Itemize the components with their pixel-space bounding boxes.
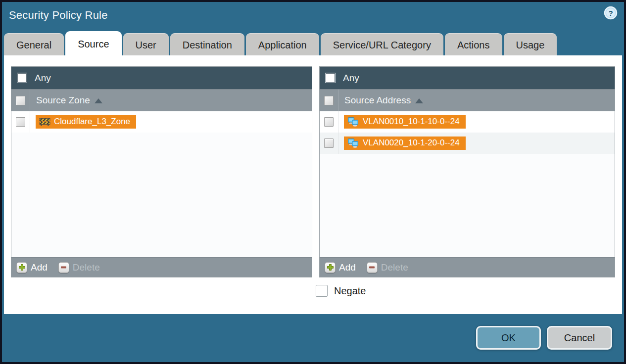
tab-application[interactable]: Application	[246, 33, 319, 57]
svg-text:?: ?	[608, 9, 613, 17]
help-icon[interactable]: ?	[604, 6, 618, 20]
source-address-row-checkbox[interactable]	[324, 117, 334, 127]
address-icon	[347, 117, 359, 127]
tab-user[interactable]: User	[123, 33, 169, 57]
source-address-select-all-checkbox[interactable]	[324, 96, 334, 105]
table-row: VLAN0010_10-1-10-0--24	[320, 111, 615, 133]
source-zone-panel: Any Source Zone	[11, 66, 312, 277]
source-zone-toolbar: Add Delete	[11, 257, 312, 277]
source-zone-list: Cloudflare_L3_Zone	[11, 111, 312, 257]
source-zone-chip-label: Cloudflare_L3_Zone	[54, 117, 130, 127]
tab-destination[interactable]: Destination	[170, 33, 244, 57]
source-address-any-bar: Any	[320, 67, 615, 89]
source-zone-chip[interactable]: Cloudflare_L3_Zone	[36, 115, 136, 129]
ok-button[interactable]: OK	[476, 326, 541, 350]
source-zone-any-checkbox[interactable]	[17, 73, 27, 83]
source-tab-content: Any Source Zone	[4, 55, 622, 314]
source-address-column-header[interactable]: Source Address	[320, 89, 615, 111]
source-address-select-all-cell	[320, 90, 338, 111]
source-zone-row-checkbox[interactable]	[16, 117, 25, 127]
sort-ascending-icon	[415, 98, 423, 103]
source-address-list: VLAN0010_10-1-10-0--24	[320, 111, 615, 257]
source-address-column-title: Source Address	[344, 95, 411, 106]
source-address-panel: Any Source Address	[319, 66, 615, 277]
table-row: Cloudflare_L3_Zone	[11, 111, 312, 133]
tab-service-url-category[interactable]: Service/URL Category	[321, 33, 443, 57]
negate-row: Negate	[316, 285, 366, 297]
source-zone-any-label: Any	[35, 73, 51, 84]
page-title: Security Policy Rule	[9, 9, 108, 22]
delete-button[interactable]: Delete	[58, 262, 100, 273]
cancel-button[interactable]: Cancel	[547, 326, 612, 350]
source-address-chip[interactable]: VLAN0020_10-1-20-0--24	[344, 136, 466, 150]
source-zone-column-header[interactable]: Source Zone	[11, 89, 312, 111]
delete-button[interactable]: Delete	[367, 262, 408, 273]
tab-source[interactable]: Source	[65, 31, 121, 57]
address-icon	[347, 138, 359, 148]
source-address-chip[interactable]: VLAN0010_10-1-10-0--24	[344, 115, 466, 129]
source-address-row-checkbox[interactable]	[324, 138, 334, 148]
source-address-any-label: Any	[343, 73, 359, 84]
source-address-chip-label: VLAN0010_10-1-10-0--24	[363, 117, 460, 127]
source-zone-select-all-checkbox[interactable]	[16, 96, 25, 105]
source-address-any-checkbox[interactable]	[325, 73, 336, 83]
minus-icon	[367, 262, 378, 273]
title-bar: Security Policy Rule ?	[2, 2, 624, 31]
source-zone-select-all-cell	[11, 90, 30, 111]
negate-label: Negate	[334, 285, 366, 297]
tab-usage[interactable]: Usage	[504, 33, 557, 57]
minus-icon	[58, 262, 69, 273]
table-row: VLAN0020_10-1-20-0--24	[320, 133, 615, 154]
source-zone-column-title: Source Zone	[36, 95, 90, 106]
tab-general[interactable]: General	[4, 33, 64, 57]
zone-icon	[39, 117, 50, 126]
negate-checkbox[interactable]	[316, 285, 328, 297]
plus-icon	[16, 262, 27, 273]
sort-ascending-icon	[95, 98, 102, 103]
plus-icon	[325, 262, 336, 273]
security-policy-rule-dialog: Security Policy Rule ? General Source Us…	[0, 0, 626, 364]
source-address-chip-label: VLAN0020_10-1-20-0--24	[363, 138, 460, 148]
add-button[interactable]: Add	[325, 262, 356, 273]
source-zone-any-bar: Any	[11, 67, 312, 89]
add-button[interactable]: Add	[16, 262, 48, 273]
source-address-toolbar: Add Delete	[320, 257, 615, 277]
tab-strip: General Source User Destination Applicat…	[4, 31, 557, 57]
tab-actions[interactable]: Actions	[445, 33, 502, 57]
